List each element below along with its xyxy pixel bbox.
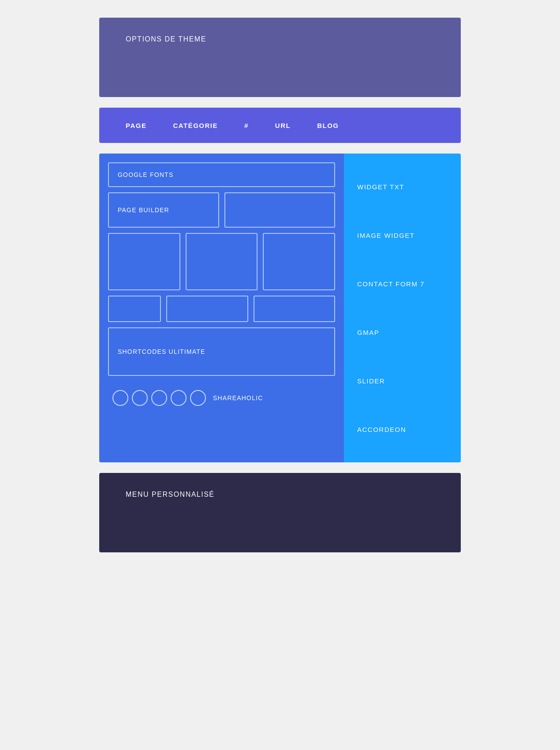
circle-1: [112, 390, 128, 406]
empty-box-2: [108, 233, 180, 290]
google-fonts-box[interactable]: GOOGLE FONTS: [108, 162, 335, 187]
left-panel: GOOGLE FONTS PAGE BUILDER: [99, 154, 344, 462]
section-menu: MENU PERSONNALISÉ: [99, 473, 461, 552]
empty-box-1: [224, 192, 336, 228]
right-item-contact-form-7[interactable]: CONTACT FORM 7: [357, 274, 448, 294]
nav-item-url[interactable]: URL: [275, 122, 291, 129]
nav-item-hash[interactable]: #: [244, 122, 249, 129]
right-item-widget-txt[interactable]: WIDGET TXT: [357, 177, 448, 197]
right-item-image-widget[interactable]: IMAGE WIDGET: [357, 225, 448, 245]
nav-item-page[interactable]: PAGE: [126, 122, 146, 129]
page-builder-box[interactable]: PAGE BUILDER: [108, 192, 219, 228]
circle-4: [171, 390, 187, 406]
circle-5: [190, 390, 206, 406]
right-panel: WIDGET TXT IMAGE WIDGET CONTACT FORM 7 G…: [344, 154, 461, 462]
section-nav: PAGE CATÉGORIE # URL BLOG: [99, 108, 461, 143]
section-main: GOOGLE FONTS PAGE BUILDER: [99, 154, 461, 462]
page-builder-label: PAGE BUILDER: [118, 206, 169, 214]
right-item-gmap[interactable]: GMAP: [357, 322, 448, 342]
nav-item-blog[interactable]: BLOG: [317, 122, 339, 129]
empty-box-4: [263, 233, 335, 290]
row-three-boxes: [108, 233, 335, 290]
row-four-boxes: [108, 296, 335, 322]
circle-3: [151, 390, 167, 406]
circles-group: [112, 390, 206, 406]
empty-box-5: [108, 296, 161, 322]
shortcodes-label: SHORTCODES ULITIMATE: [118, 348, 205, 355]
nav-item-categorie[interactable]: CATÉGORIE: [173, 122, 218, 129]
google-fonts-label: GOOGLE FONTS: [118, 171, 173, 178]
right-item-accordeon[interactable]: ACCORDEON: [357, 420, 448, 439]
circle-2: [132, 390, 148, 406]
empty-box-3: [186, 233, 258, 290]
row-page-builder: PAGE BUILDER: [108, 192, 335, 228]
main-container: OPTIONS DE THEME PAGE CATÉGORIE # URL BL…: [99, 18, 461, 552]
empty-box-7: [254, 296, 336, 322]
empty-box-6: [166, 296, 248, 322]
right-item-slider[interactable]: SLIDER: [357, 371, 448, 391]
section-options: OPTIONS DE THEME: [99, 18, 461, 97]
shortcodes-box[interactable]: SHORTCODES ULITIMATE: [108, 327, 335, 376]
menu-label: MENU PERSONNALISÉ: [126, 491, 215, 498]
options-label: OPTIONS DE THEME: [126, 35, 206, 43]
shareaholic-label: SHAREAHOLIC: [213, 394, 263, 401]
shareaholic-row: SHAREAHOLIC: [108, 381, 335, 410]
